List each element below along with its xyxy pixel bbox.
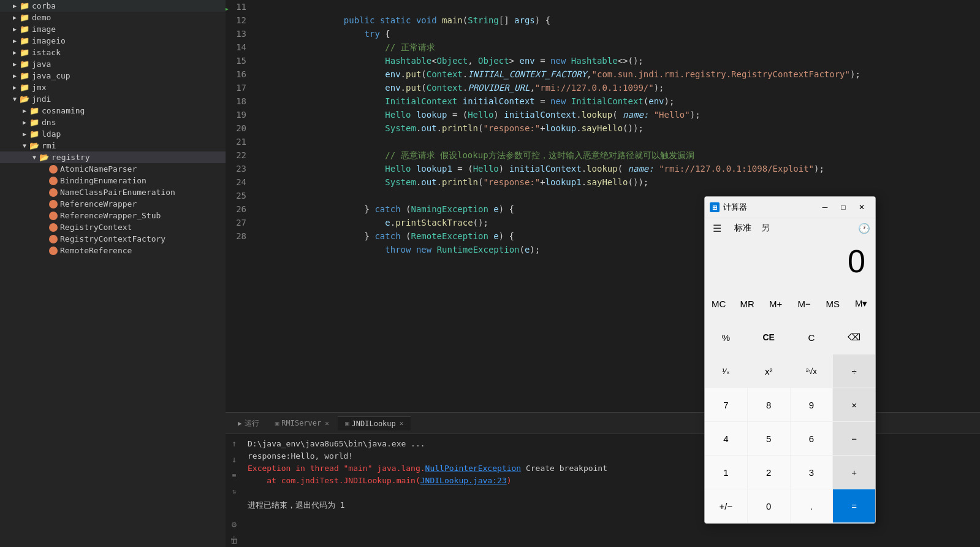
- collapse-arrow: ▶: [10, 14, 20, 21]
- down-icon[interactable]: ↓: [227, 453, 241, 466]
- line-number: 24: [226, 175, 251, 189]
- null-pointer-exception-link[interactable]: NullPointerException: [425, 464, 522, 473]
- btn-divide[interactable]: ÷: [833, 354, 875, 388]
- minimize-button[interactable]: ─: [816, 201, 834, 214]
- btn-2[interactable]: 2: [748, 456, 790, 489]
- sidebar-item-istack[interactable]: ▶ 📁 istack: [0, 47, 226, 58]
- sidebar-item-java[interactable]: ▶ 📁 java: [0, 58, 226, 70]
- line-number: 14: [226, 40, 251, 54]
- btn-backspace[interactable]: ⌫: [833, 321, 875, 354]
- sidebar-item-registry-context[interactable]: ▶ RegistryContext: [0, 221, 226, 233]
- btn-mv[interactable]: M▾: [848, 287, 876, 320]
- btn-sqrt[interactable]: ²√x: [791, 354, 833, 388]
- btn-multiply[interactable]: ×: [833, 388, 875, 421]
- sidebar-item-label: java: [32, 59, 51, 69]
- code-line-11: public static void main(String[] args) {: [261, 0, 980, 13]
- tab-rmi-server[interactable]: ▣ RMIServer ✕: [268, 416, 336, 430]
- term-error: at com.jndiTest.JNDILookup.main(: [248, 476, 420, 485]
- sidebar-item-label: RegistryContextFactory: [60, 234, 165, 243]
- sidebar-item-reference-wrapper[interactable]: ▶ ReferenceWrapper: [0, 198, 226, 210]
- btn-ce[interactable]: CE: [748, 321, 790, 354]
- line-number: 25: [226, 189, 251, 202]
- btn-decimal[interactable]: .: [791, 489, 833, 522]
- sidebar-item-imageio[interactable]: ▶ 📁 imageio: [0, 35, 226, 47]
- tab-jndi-lookup[interactable]: ▣ JNDILookup ✕: [338, 416, 411, 430]
- sidebar-item-java-cup[interactable]: ▶ 📁 java_cup: [0, 70, 226, 82]
- folder-icon: 📁: [20, 83, 29, 92]
- btn-negate[interactable]: +/−: [705, 489, 747, 522]
- sidebar-item-label: ReferenceWrapper: [60, 199, 137, 208]
- btn-9[interactable]: 9: [791, 388, 833, 421]
- sidebar-item-cosnaming[interactable]: ▶ 📁 cosnaming: [0, 105, 226, 117]
- tab-close-rmi-server[interactable]: ✕: [325, 419, 329, 427]
- collapse-arrow: ▼: [10, 96, 20, 102]
- line-number: 20: [226, 121, 251, 135]
- calculator-app-icon: ⊞: [710, 202, 720, 212]
- list-icon[interactable]: ≡: [227, 469, 241, 482]
- sidebar-item-jndi[interactable]: ▼ 📂 jndi: [0, 93, 226, 105]
- btn-0[interactable]: 0: [748, 489, 790, 522]
- sidebar-item-demo[interactable]: ▶ 📁 demo: [0, 12, 226, 23]
- line-numbers: ▶ 11 12 13 14 15 16 17 18 19 20 21 22 23…: [226, 0, 256, 412]
- btn-ms[interactable]: MS: [819, 287, 847, 320]
- btn-equals[interactable]: =: [833, 489, 875, 522]
- collapse-arrow: ▶: [10, 2, 20, 9]
- stack-trace-link[interactable]: JNDILookup.java:23: [420, 476, 507, 485]
- trash-icon[interactable]: 🗑: [227, 534, 241, 547]
- calculator-buttons: MC MR M+ M− MS M▾ % CE C ⌫ ¹⁄ₓ x² ²√x ÷ …: [705, 287, 875, 522]
- tab-run[interactable]: ▶ 运行: [230, 416, 267, 431]
- sidebar-item-atomic-name-parser[interactable]: ▶ AtomicNameParser: [0, 163, 226, 175]
- sidebar-item-jmx[interactable]: ▶ 📁 jmx: [0, 82, 226, 93]
- close-button[interactable]: ✕: [853, 201, 870, 214]
- btn-c[interactable]: C: [791, 321, 833, 354]
- btn-8[interactable]: 8: [748, 388, 790, 421]
- btn-7[interactable]: 7: [705, 388, 747, 421]
- btn-5[interactable]: 5: [748, 422, 790, 455]
- sidebar-item-corba[interactable]: ▶ 📁 corba: [0, 0, 226, 12]
- term-path: D:\java_env\java8u65\bin\java.exe ...: [248, 439, 425, 448]
- btn-3[interactable]: 3: [791, 456, 833, 489]
- sidebar-item-image[interactable]: ▶ 📁 image: [0, 23, 226, 35]
- sidebar-item-rmi[interactable]: ▼ 📂 rmi: [0, 140, 226, 151]
- collapse-arrow: ▶: [10, 49, 20, 56]
- sidebar-item-registry[interactable]: ▼ 📂 registry: [0, 151, 226, 163]
- maximize-button[interactable]: □: [835, 201, 852, 214]
- sidebar-item-binding-enumeration[interactable]: ▶ BindingEnumeration: [0, 175, 226, 186]
- btn-add[interactable]: +: [833, 456, 875, 489]
- collapse-arrow: ▶: [20, 119, 29, 126]
- sidebar-item-name-class-pair-enumeration[interactable]: ▶ NameClassPairEnumeration: [0, 186, 226, 198]
- sidebar-item-dns[interactable]: ▶ 📁 dns: [0, 117, 226, 128]
- history-button[interactable]: 🕐: [858, 223, 870, 234]
- settings-icon[interactable]: ⚙: [227, 518, 241, 531]
- btn-6[interactable]: 6: [791, 422, 833, 455]
- calculator-mode-split[interactable]: 另: [761, 223, 770, 234]
- code-line-21: // 恶意请求 假设lookup方法参数可控，这时输入恶意绝对路径就可以触发漏洞: [261, 135, 980, 148]
- sidebar-item-ldap[interactable]: ▶ 📁 ldap: [0, 128, 226, 140]
- btn-square[interactable]: x²: [748, 354, 790, 388]
- btn-percent[interactable]: %: [705, 321, 747, 354]
- folder-icon: 📁: [20, 59, 29, 69]
- btn-subtract[interactable]: −: [833, 422, 875, 455]
- btn-mc[interactable]: MC: [705, 287, 733, 320]
- sidebar-item-label: ldap: [42, 129, 61, 139]
- line-number: 19: [226, 108, 251, 121]
- up-icon[interactable]: ↑: [227, 437, 241, 450]
- sort-icon[interactable]: ⇅: [227, 484, 241, 498]
- sidebar-item-registry-context-factory[interactable]: ▶ RegistryContextFactory: [0, 233, 226, 245]
- btn-mplus[interactable]: M+: [762, 287, 790, 320]
- menu-hamburger-icon[interactable]: ☰: [710, 221, 724, 235]
- btn-mminus[interactable]: M−: [791, 287, 819, 320]
- file-icon: ▣: [275, 419, 279, 427]
- btn-mr[interactable]: MR: [734, 287, 762, 320]
- sidebar-item-reference-wrapper-stub[interactable]: ▶ ReferenceWrapper_Stub: [0, 210, 226, 221]
- sidebar-item-remote-reference[interactable]: ▶ RemoteReference: [0, 245, 226, 256]
- calculator-display: 0: [705, 238, 875, 287]
- btn-4[interactable]: 4: [705, 422, 747, 455]
- sidebar-item-label: demo: [32, 13, 51, 22]
- tab-close-jndi-lookup[interactable]: ✕: [400, 419, 404, 427]
- line-number: 23: [226, 162, 251, 175]
- btn-1[interactable]: 1: [705, 456, 747, 489]
- folder-icon: 📁: [29, 129, 39, 139]
- calc-title-left: ⊞ 计算器: [710, 202, 747, 213]
- btn-reciprocal[interactable]: ¹⁄ₓ: [705, 354, 747, 388]
